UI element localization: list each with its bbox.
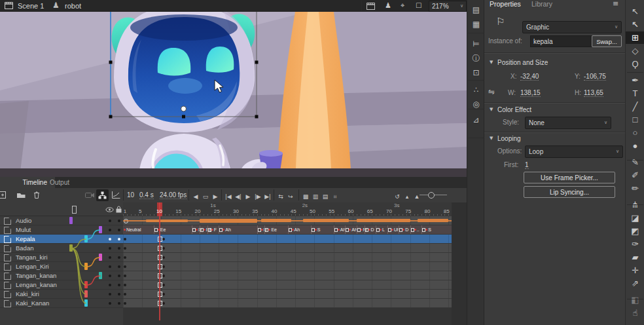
keyframe-dot[interactable] bbox=[162, 256, 165, 259]
paint-bucket-tool-icon[interactable]: ◪ bbox=[626, 212, 644, 224]
components-panel-icon[interactable]: ▦ bbox=[467, 18, 485, 30]
mouth-keyframe-label[interactable]: D bbox=[405, 227, 408, 232]
elapsed-time-counter[interactable]: 0.4 s bbox=[139, 191, 154, 199]
delete-layer-button[interactable] bbox=[33, 191, 41, 199]
layer-lock-dot[interactable] bbox=[118, 256, 120, 259]
gradient-transform-tool-icon[interactable]: ◇ bbox=[626, 45, 644, 57]
h-value[interactable]: 113,65 bbox=[584, 89, 603, 97]
tab-library[interactable]: Library bbox=[531, 0, 552, 8]
lasso-tool-icon[interactable]: Ϙ bbox=[626, 58, 644, 70]
timeline-ruler[interactable]: 1s2s3s1510152025303540455055606570758085 bbox=[123, 202, 452, 217]
transform-point[interactable] bbox=[181, 106, 187, 111]
keyframe-dot[interactable] bbox=[162, 265, 165, 268]
frames-row-Lengan_kanan[interactable] bbox=[123, 280, 452, 290]
layer-row-Kaki_Kanan[interactable]: Kaki_Kanan bbox=[0, 299, 123, 308]
keyframe-dot-frame1[interactable] bbox=[124, 302, 126, 305]
layer-visibility-dot[interactable] bbox=[109, 284, 111, 286]
hand-tool-icon[interactable]: ☝ bbox=[626, 307, 644, 319]
layer-visibility-dot[interactable] bbox=[109, 293, 111, 296]
asset-warp-tool-icon[interactable]: ✛ bbox=[626, 264, 644, 277]
subselection-tool-icon[interactable]: ↖ bbox=[626, 18, 644, 31]
stage-zoom-select[interactable]: 217% ∨ bbox=[429, 1, 467, 12]
mouth-keyframe-label[interactable]: F bbox=[214, 227, 217, 232]
layer-parent-color-bar[interactable] bbox=[69, 217, 73, 224]
keyframe-dot[interactable] bbox=[162, 293, 165, 296]
keyframe-dot-frame1[interactable] bbox=[124, 265, 126, 268]
loop-options-select[interactable]: Loop ∨ bbox=[525, 145, 623, 158]
frames-row-Kaki_kiri[interactable] bbox=[123, 290, 452, 299]
first-frame-value[interactable]: 1 bbox=[525, 161, 529, 169]
layer-parent-color-bar[interactable] bbox=[99, 254, 102, 261]
export-frame-button[interactable]: ↪ bbox=[286, 191, 295, 202]
paint-brush-tool-icon[interactable]: ✐ bbox=[626, 169, 644, 182]
selection-tool-icon[interactable]: ↖ bbox=[626, 5, 644, 18]
panel-menu-icon[interactable]: ≡ bbox=[613, 0, 618, 7]
lip-syncing-button[interactable]: Lip Syncing... bbox=[524, 186, 615, 198]
swatches-panel-icon[interactable]: ▤ bbox=[467, 4, 485, 16]
layer-visibility-dot[interactable] bbox=[109, 247, 111, 250]
classic-brush-tool-icon[interactable]: ✏ bbox=[626, 182, 644, 195]
eye-column-icon[interactable] bbox=[105, 207, 114, 212]
layer-lock-dot[interactable] bbox=[118, 229, 120, 231]
step-forward-button[interactable]: ▶ bbox=[211, 191, 220, 202]
current-frame-counter[interactable]: 10 bbox=[127, 191, 134, 199]
swap-button[interactable]: Swap... bbox=[592, 35, 622, 47]
transform-panel-icon[interactable]: ⊡ bbox=[467, 67, 485, 79]
frames-row-Mulut[interactable]: NeutralEeDEeFAhDEeAhSAhAhMDLUhD..S bbox=[123, 225, 452, 235]
keyframe-dot[interactable] bbox=[162, 284, 165, 286]
handle-bottom-center[interactable] bbox=[182, 115, 185, 119]
layer-lock-dot[interactable] bbox=[118, 284, 120, 286]
keyframe-dot-frame1[interactable] bbox=[124, 247, 126, 250]
ink-bottle-tool-icon[interactable]: ◩ bbox=[626, 225, 644, 237]
link-wh-icon[interactable]: ⇋ bbox=[488, 88, 495, 96]
layer-parent-color-bar[interactable] bbox=[84, 290, 88, 297]
mouth-keyframe-label[interactable]: S bbox=[428, 227, 431, 232]
lock-column-icon[interactable] bbox=[116, 206, 122, 213]
layer-lock-dot[interactable] bbox=[118, 220, 120, 222]
mouth-keyframe-label[interactable]: Ah bbox=[225, 227, 231, 232]
timeline-zoom-knob[interactable] bbox=[428, 192, 435, 199]
layer-row-Lengan_kanan[interactable]: Lengan_kanan bbox=[0, 280, 123, 290]
layer-parent-color-bar[interactable] bbox=[99, 226, 102, 233]
layer-parent-color-bar[interactable] bbox=[69, 244, 73, 252]
collapse-triangle-icon[interactable]: ▼ bbox=[490, 60, 493, 65]
layer-parent-color-bar[interactable] bbox=[84, 299, 88, 307]
keyframe-dot-frame1[interactable] bbox=[124, 238, 126, 240]
keyframe-dot[interactable] bbox=[162, 302, 165, 305]
center-frame-icon[interactable]: ⌖ bbox=[401, 2, 404, 9]
oval-primitive-tool-icon[interactable]: ● bbox=[626, 140, 644, 152]
layer-parent-color-bar[interactable] bbox=[99, 272, 102, 279]
layer-visibility-dot[interactable] bbox=[109, 256, 111, 259]
new-layer-button[interactable] bbox=[0, 191, 7, 199]
layer-lock-dot[interactable] bbox=[118, 238, 120, 240]
layer-visibility-dot[interactable] bbox=[109, 275, 111, 277]
instance-name-field[interactable]: kepala bbox=[530, 35, 592, 47]
clip-content-icon[interactable]: □ bbox=[416, 2, 421, 9]
edit-scene-icon[interactable] bbox=[367, 3, 375, 10]
parent-view-toggle[interactable] bbox=[96, 189, 109, 201]
keyframe-dot[interactable] bbox=[162, 247, 165, 250]
handle-mid-left[interactable] bbox=[109, 61, 113, 64]
layer-row-Kaki_kiri[interactable]: Kaki_kiri bbox=[0, 290, 123, 299]
x-value[interactable]: -32,40 bbox=[520, 73, 539, 81]
keyframe-dot[interactable] bbox=[162, 238, 165, 240]
layer-parent-color-bar[interactable] bbox=[84, 235, 88, 242]
play-button[interactable]: ▶ bbox=[243, 191, 253, 202]
layer-lock-dot[interactable] bbox=[118, 265, 120, 268]
rectangle-tool-icon[interactable]: □ bbox=[626, 113, 644, 126]
layer-parent-color-bar[interactable] bbox=[84, 281, 88, 288]
frame-rate-counter[interactable]: 24.00 fps bbox=[160, 191, 187, 199]
layer-parent-color-bar[interactable] bbox=[84, 263, 88, 270]
collapse-triangle-icon[interactable]: ▼ bbox=[490, 136, 493, 141]
line-tool-icon[interactable]: ╱ bbox=[626, 100, 644, 113]
prev-keyframe-button[interactable]: ◀| bbox=[234, 191, 243, 202]
pen-tool-icon[interactable]: ✒ bbox=[626, 74, 644, 86]
edit-symbol-icon[interactable]: ♟ bbox=[385, 2, 391, 9]
eyedropper-tool-icon[interactable]: ✑ bbox=[626, 238, 644, 250]
onion-outline-button[interactable]: ▥ bbox=[311, 191, 320, 202]
brush-library-panel-icon[interactable]: ∴ bbox=[467, 84, 485, 96]
layer-lock-dot[interactable] bbox=[118, 247, 120, 250]
keyframe-dot-frame1[interactable] bbox=[124, 256, 126, 259]
collapse-triangle-icon[interactable]: ▼ bbox=[490, 107, 493, 112]
align-panel-icon[interactable]: ⊨ bbox=[467, 38, 485, 50]
